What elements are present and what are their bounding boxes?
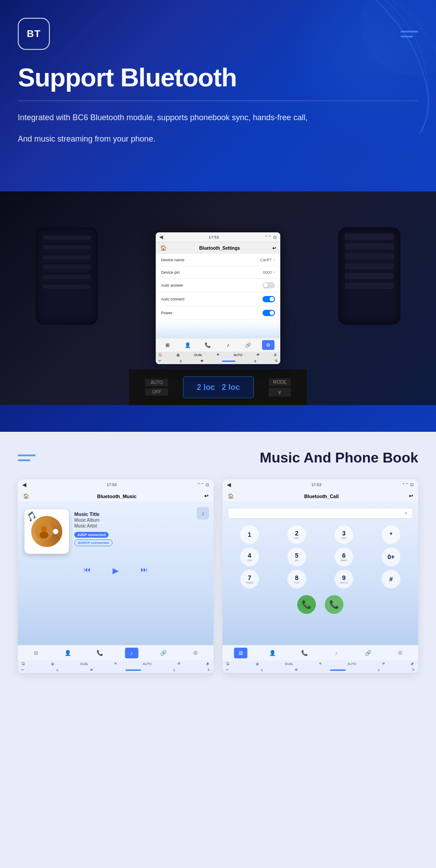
- music-nav-person[interactable]: 👤: [61, 648, 74, 658]
- dial-2[interactable]: 2ABC: [287, 525, 306, 544]
- call-ctrl-arrows[interactable]: ⇌: [382, 662, 385, 665]
- nav-grid-icon[interactable]: ⊞: [161, 340, 174, 350]
- music-back-arrow[interactable]: ◀: [22, 482, 26, 488]
- auto-answer-row[interactable]: Auto answer: [156, 279, 280, 292]
- device-pin-row[interactable]: Device pin 0000 ›: [156, 266, 280, 279]
- call-ctrl-slider[interactable]: [330, 669, 346, 671]
- ctrl-slider[interactable]: [222, 361, 235, 362]
- music-nav-link[interactable]: 🔗: [157, 648, 170, 658]
- music-nav-music[interactable]: ♪: [125, 648, 138, 658]
- home-icon: 🏠: [160, 245, 167, 251]
- dial-3[interactable]: 3DEF: [335, 525, 353, 544]
- call-nav-phone[interactable]: 📞: [298, 648, 311, 658]
- ctrl-back-icon[interactable]: ↩: [158, 359, 161, 363]
- ctrl-arrows-icon[interactable]: ⇅: [275, 359, 278, 363]
- hamburger-blue-line-2: [18, 459, 30, 461]
- off-btn[interactable]: OFF: [145, 388, 168, 396]
- call-ctrl-updown[interactable]: ⇅: [412, 668, 415, 672]
- prev-button[interactable]: ⏮: [80, 563, 94, 577]
- back-icon: ↩: [272, 246, 276, 251]
- call-nav-link[interactable]: 🔗: [361, 648, 375, 658]
- ctrl-power-icon[interactable]: ⏻: [177, 353, 180, 357]
- call-nav-person[interactable]: 👤: [266, 648, 279, 658]
- music-ctrl-vol[interactable]: 🔊: [206, 662, 210, 665]
- call-ctrl-home[interactable]: 🏠: [226, 662, 230, 665]
- hamburger-menu-button[interactable]: [400, 31, 418, 37]
- call-nav-settings[interactable]: ⚙: [393, 648, 407, 658]
- car-panel-bottom: AUTO OFF 2 loc 2 loc MODE ∨: [129, 369, 307, 405]
- music-back-icon[interactable]: ↩: [204, 493, 208, 499]
- clear-button[interactable]: ✕: [404, 511, 408, 515]
- ctrl-dual-label: DUAL: [194, 353, 202, 357]
- play-button[interactable]: ▶: [108, 563, 124, 579]
- auto-answer-toggle[interactable]: [262, 282, 275, 288]
- music-nav-settings[interactable]: ⚙: [189, 648, 202, 658]
- music-nav-grid[interactable]: ⊞: [29, 648, 43, 658]
- auto-btn[interactable]: AUTO: [145, 379, 168, 386]
- music-ctrl-home[interactable]: 🏠: [21, 662, 25, 665]
- dial-0plus[interactable]: 0+: [382, 548, 400, 566]
- music-ctrl-back[interactable]: ↩: [21, 668, 24, 672]
- screen-statusbar: ◀ 17:53 ⌃⌃ ⊡: [156, 232, 280, 242]
- call-ps-left: ◀: [227, 482, 231, 488]
- dial-4[interactable]: 4GHI: [240, 548, 259, 566]
- music-ctrl-updown[interactable]: ⇅: [207, 668, 210, 672]
- call-ctrl-fan[interactable]: ❄: [319, 662, 322, 665]
- ctrl-temp-icon[interactable]: ⇄: [201, 359, 203, 363]
- dial-7[interactable]: 7PQRS: [240, 570, 259, 588]
- next-button[interactable]: ⏭: [137, 563, 151, 577]
- call-ctrl-vol[interactable]: 🔊: [411, 662, 415, 665]
- music-ctrl-temp[interactable]: ⇄: [90, 668, 93, 672]
- vent-slat: [345, 283, 394, 289]
- ctrl-ac-icon[interactable]: ❄: [217, 353, 219, 357]
- call-ctrl-temp[interactable]: ⇄: [295, 668, 298, 672]
- nav-phone-icon[interactable]: 📞: [202, 340, 214, 350]
- nav-person-icon[interactable]: 👤: [182, 340, 194, 350]
- ctrl-fan-icon[interactable]: ⇌: [257, 353, 259, 357]
- call-back-icon[interactable]: ↩: [409, 493, 413, 499]
- music-ctrl-fan[interactable]: ❄: [114, 662, 117, 665]
- hero-description-2: And music streaming from your phone.: [18, 132, 418, 146]
- music-ctrl-power[interactable]: ⏻: [51, 662, 54, 665]
- call-in-button[interactable]: 📞: [325, 595, 343, 614]
- dial-8[interactable]: 8TUV: [287, 570, 306, 588]
- dial-hash[interactable]: #: [382, 570, 400, 588]
- call-nav-music[interactable]: ♪: [330, 648, 343, 658]
- dial-6[interactable]: 6MNO: [335, 548, 353, 566]
- call-back-arrow[interactable]: ◀: [227, 482, 231, 488]
- power-toggle[interactable]: [262, 310, 275, 316]
- down-btn[interactable]: ∨: [269, 388, 291, 397]
- music-nav-phone[interactable]: 📞: [93, 648, 106, 658]
- dial-1[interactable]: 1: [240, 525, 259, 544]
- music-ctrl-slider[interactable]: [125, 669, 141, 671]
- mode-btn[interactable]: MODE: [269, 378, 291, 386]
- music-ctrl-arrows[interactable]: ⇌: [178, 662, 180, 665]
- dial-5[interactable]: 5JKL: [287, 548, 306, 566]
- call-nav-grid[interactable]: ⊞: [234, 648, 247, 658]
- power-row[interactable]: Power: [156, 306, 280, 320]
- music-screen: ◀ 17:53 ⌃⌃ ⊡ 🏠 Bluetooth_Music ↩ ♪: [18, 479, 214, 673]
- ctrl-vol-icon[interactable]: 🔊: [274, 353, 278, 357]
- music-home-icon[interactable]: 🏠: [23, 493, 29, 499]
- search-bar[interactable]: ✕: [228, 508, 413, 519]
- nav-music-icon[interactable]: ♪: [222, 340, 234, 350]
- avrcp-badge: AVRCP connected: [74, 539, 113, 546]
- device-name-row[interactable]: Device name CarBT ›: [156, 254, 280, 266]
- screen-title: Bluetooth_Settings: [199, 246, 240, 251]
- call-home-icon[interactable]: 🏠: [228, 493, 234, 499]
- call-ctrl-back[interactable]: ↩: [226, 668, 229, 672]
- auto-connect-toggle[interactable]: [262, 296, 275, 302]
- auto-connect-row[interactable]: Auto connect: [156, 292, 280, 306]
- nav-link-icon[interactable]: 🔗: [242, 340, 254, 350]
- dial-star[interactable]: *: [382, 525, 400, 544]
- call-out-button[interactable]: 📞: [297, 595, 316, 614]
- section-hamburger-menu[interactable]: [18, 454, 36, 461]
- nav-settings-icon[interactable]: ⚙: [262, 340, 275, 350]
- ctrl-home-icon[interactable]: 🏠: [158, 353, 162, 357]
- hamburger-line-2: [400, 36, 413, 37]
- call-ctrl-power[interactable]: ⏻: [256, 662, 259, 665]
- ctrl-auto-label: AUTO: [234, 353, 242, 357]
- dial-9[interactable]: 9WXYZ: [335, 570, 353, 588]
- vent-slat: [42, 234, 91, 240]
- music-controls: ⏮ ▶ ⏭: [24, 563, 207, 579]
